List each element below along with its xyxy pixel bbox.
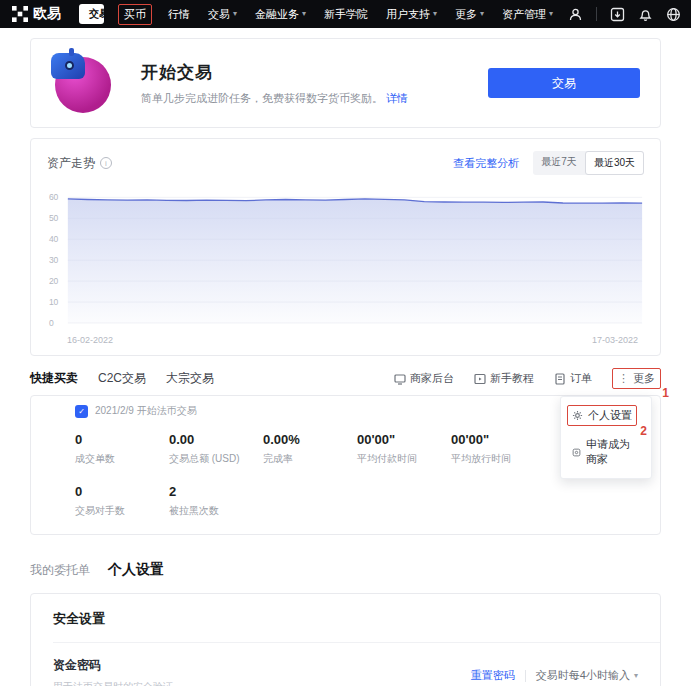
- stat-avg-release-time: 00'00"平均放行时间: [451, 432, 545, 466]
- svg-text:60: 60: [49, 192, 59, 202]
- nav-item-markets[interactable]: 行情: [166, 5, 192, 24]
- nav-item-support[interactable]: 用户支持▾: [384, 5, 439, 24]
- fund-password-label: 资金密码: [53, 657, 173, 674]
- start-trading-card: 开始交易 简单几步完成进阶任务，免费获得数字货币奖励。 详情 交易: [30, 38, 661, 128]
- stat-avg-payment-time: 00'00"平均付款时间: [357, 432, 451, 466]
- top-nav: 欧易 交易所 MetaX 买币 行情 交易▾ 金融业务▾ 新手学院 用户支持▾ …: [0, 0, 691, 28]
- bell-icon[interactable]: [638, 7, 653, 22]
- trade-tabs-row: 快捷买卖 C2C交易 大宗交易 商家后台 新手教程 订单 ⋮ 更多 1: [30, 368, 661, 389]
- security-settings-card: 安全设置 资金密码 用于法币交易时的安全验证 重置密码 交易时每4小时输入 ▾: [30, 593, 661, 686]
- okx-logo[interactable]: 欧易: [12, 5, 61, 23]
- stat-counterparties: 0交易对手数: [75, 484, 169, 518]
- divider: [53, 642, 660, 643]
- password-frequency-select[interactable]: 交易时每4小时输入 ▾: [536, 668, 638, 683]
- globe-icon[interactable]: [666, 7, 681, 22]
- exchange-metax-switch: 交易所 MetaX: [79, 4, 104, 24]
- tab-exchange[interactable]: 交易所: [79, 4, 104, 24]
- orders-button[interactable]: 订单: [554, 371, 592, 386]
- chevron-down-icon: ▾: [634, 672, 638, 680]
- stat-total-volume: 0.00交易总额 (USD): [169, 432, 263, 466]
- start-trading-subtitle: 简单几步完成进阶任务，免费获得数字货币奖励。 详情: [141, 91, 408, 106]
- range-30d-button[interactable]: 最近30天: [585, 151, 644, 175]
- fund-password-desc: 用于法币交易时的安全验证: [53, 680, 173, 686]
- tab-my-orders[interactable]: 我的委托单: [30, 562, 90, 579]
- svg-text:10: 10: [49, 297, 59, 307]
- chevron-down-icon: ▾: [302, 10, 306, 18]
- settings-section-tabs: 我的委托单 个人设置: [30, 561, 661, 579]
- svg-text:50: 50: [49, 213, 59, 223]
- divider: [596, 7, 597, 21]
- chevron-down-icon: ▾: [480, 10, 484, 18]
- asset-trend-title: 资产走势: [47, 155, 95, 172]
- chevron-down-icon: ▾: [233, 10, 237, 18]
- badge-icon: ✓: [75, 405, 88, 418]
- more-dots-icon: ⋮: [618, 372, 629, 385]
- menu-item-apply-merchant[interactable]: 申请成为商家: [569, 433, 643, 471]
- download-app-icon[interactable]: [610, 7, 625, 22]
- reset-password-link[interactable]: 重置密码: [471, 668, 515, 683]
- full-analysis-link[interactable]: 查看完整分析: [453, 156, 519, 171]
- stat-completion-rate: 0.00%完成率: [263, 432, 357, 466]
- range-7d-button[interactable]: 最近7天: [533, 151, 585, 175]
- nav-item-more[interactable]: 更多▾: [453, 5, 486, 24]
- storefront-icon: [394, 373, 406, 385]
- svg-text:30: 30: [49, 255, 59, 265]
- brand-name: 欧易: [33, 5, 61, 23]
- security-settings-title: 安全设置: [53, 610, 638, 628]
- stat-completed-orders: 0成交单数: [75, 432, 169, 466]
- merchant-console-button[interactable]: 商家后台: [394, 371, 454, 386]
- menu-item-personal-settings[interactable]: 个人设置: [569, 404, 643, 427]
- beginner-tutorial-button[interactable]: 新手教程: [474, 371, 534, 386]
- details-link[interactable]: 详情: [386, 92, 408, 104]
- svg-text:40: 40: [49, 234, 59, 244]
- mascot-illustration: [51, 51, 115, 115]
- tab-personal-settings[interactable]: 个人设置: [108, 561, 164, 579]
- asset-area-chart: 6050403020100 16-02-2022 17-03-2022: [47, 181, 644, 347]
- nav-item-finance[interactable]: 金融业务▾: [253, 5, 308, 24]
- asset-chart-svg: 6050403020100: [47, 181, 644, 333]
- x-axis-start-label: 16-02-2022: [67, 335, 113, 345]
- tab-block-trade[interactable]: 大宗交易: [166, 370, 214, 387]
- chevron-down-icon: ▾: [433, 10, 437, 18]
- tutorial-play-icon: [474, 373, 486, 385]
- user-icon[interactable]: [568, 7, 583, 22]
- x-axis-end-label: 17-03-2022: [592, 335, 638, 345]
- svg-text:20: 20: [49, 276, 59, 286]
- fiat-trading-since: 2021/2/9 开始法币交易: [95, 404, 197, 418]
- stat-times-blocked: 2被拉黑次数: [169, 484, 263, 518]
- order-document-icon: [554, 373, 566, 385]
- annotation-step-1: 1: [662, 386, 669, 400]
- nav-item-trade[interactable]: 交易▾: [206, 5, 239, 24]
- okx-logo-icon: [12, 6, 28, 22]
- asset-trend-card: 资产走势 i 查看完整分析 最近7天 最近30天 6050403020100 1…: [30, 138, 661, 356]
- more-dropdown-menu: 个人设置 2 申请成为商家: [560, 396, 652, 479]
- merchant-icon: [572, 447, 581, 458]
- nav-item-buy-crypto[interactable]: 买币: [118, 4, 152, 25]
- tab-c2c-trade[interactable]: C2C交易: [98, 370, 146, 387]
- trade-button[interactable]: 交易: [488, 68, 640, 98]
- stats-grid: 0成交单数 0.00交易总额 (USD) 0.00%完成率 00'00"平均付款…: [75, 432, 545, 518]
- more-actions-button[interactable]: ⋮ 更多 1: [612, 368, 661, 389]
- range-toggle: 最近7天 最近30天: [533, 151, 644, 175]
- main-content: 开始交易 简单几步完成进阶任务，免费获得数字货币奖励。 详情 交易 资产走势 i…: [0, 38, 691, 686]
- gear-icon: [572, 410, 583, 421]
- divider: [525, 670, 526, 682]
- tab-express-trade[interactable]: 快捷买卖: [30, 370, 78, 387]
- nav-item-academy[interactable]: 新手学院: [322, 5, 370, 24]
- svg-text:0: 0: [49, 318, 54, 328]
- nav-item-assets[interactable]: 资产管理▾: [500, 5, 555, 24]
- merchant-stats-card: ✓ 2021/2/9 开始法币交易 0成交单数 0.00交易总额 (USD) 0…: [30, 395, 661, 535]
- annotation-step-2: 2: [640, 424, 647, 438]
- info-icon[interactable]: i: [100, 157, 112, 169]
- chevron-down-icon: ▾: [549, 10, 553, 18]
- start-trading-title: 开始交易: [141, 61, 408, 84]
